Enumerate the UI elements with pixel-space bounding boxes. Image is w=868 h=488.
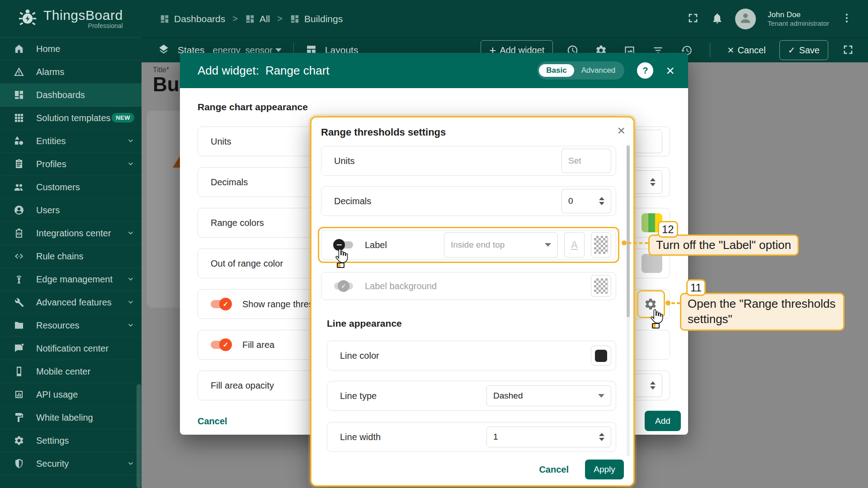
advanced-icon — [14, 297, 24, 308]
widget-add-button[interactable]: Add — [645, 411, 681, 431]
mobile-icon — [14, 366, 24, 377]
api-icon — [14, 389, 24, 400]
units-row: Units Set — [321, 146, 616, 176]
breadcrumb-buildings[interactable]: Buildings — [290, 14, 343, 24]
dialog-scrollbar-thumb[interactable] — [627, 145, 630, 317]
row-label: Decimals — [211, 177, 248, 188]
fullscreen-icon — [687, 12, 699, 26]
sidebar-item-security[interactable]: Security — [0, 452, 142, 475]
sidebar-item-settings[interactable]: Settings — [0, 429, 142, 452]
label-color-button[interactable] — [591, 232, 611, 258]
line-width-stepper[interactable] — [599, 433, 604, 441]
units-input[interactable]: Set — [561, 149, 611, 173]
sidebar-item-solution-templates[interactable]: Solution templatesNEW — [0, 107, 142, 130]
dashboards-icon — [245, 14, 255, 24]
sidebar-item-label: Notification center — [36, 343, 108, 354]
sidebar-item-home[interactable]: Home — [0, 38, 142, 61]
chevron-down-icon — [126, 228, 135, 239]
line-width-row: Line width 1 — [327, 422, 616, 452]
sidebar-item-dashboards[interactable]: Dashboards — [0, 84, 142, 107]
avatar[interactable] — [735, 9, 756, 29]
settings-icon — [14, 435, 24, 446]
sidebar-item-profiles[interactable]: Profiles — [0, 153, 142, 176]
thresholds-apply-button[interactable]: Apply — [585, 460, 624, 479]
row-label: Fill area — [242, 340, 274, 350]
label-background-toggle[interactable]: ✓ — [334, 282, 353, 290]
cancel-dashboard-button[interactable]: × Cancel — [727, 44, 765, 56]
sidebar-item-customers[interactable]: Customers — [0, 176, 142, 199]
dashboards-icon — [14, 89, 24, 100]
tab-basic[interactable]: Basic — [539, 64, 574, 77]
sidebar-scrollbar[interactable] — [137, 384, 141, 488]
breadcrumb-dashboards[interactable]: Dashboards — [160, 14, 225, 24]
app-title: ThingsBoard — [43, 8, 123, 23]
line-color-swatch[interactable] — [591, 346, 611, 366]
sidebar-item-label: White labeling — [36, 413, 93, 423]
sidebar-item-label: Entities — [36, 136, 66, 146]
fullscreen-button[interactable] — [687, 12, 699, 26]
fullscreen-dashboard-button[interactable] — [842, 43, 854, 57]
sidebar-item-white-labeling[interactable]: White labeling — [0, 406, 142, 429]
label-background-row: ✓ Label background — [321, 272, 616, 300]
dialog-title-prefix: Add widget: — [198, 64, 259, 78]
stepper[interactable] — [650, 381, 656, 389]
label-background-label: Label background — [365, 281, 437, 291]
sidebar-item-rule-chains[interactable]: Rule chains — [0, 245, 142, 268]
label-position-select[interactable]: Inside end top — [444, 232, 558, 258]
sidebar-item-users[interactable]: Users — [0, 199, 142, 222]
check-icon: ✓ — [788, 45, 796, 56]
app-logo[interactable]: ThingsBoard Professional — [0, 0, 142, 38]
show-range-thresholds-toggle[interactable]: ✓ — [211, 300, 231, 308]
notifications-button[interactable] — [711, 12, 723, 26]
tab-advanced[interactable]: Advanced — [574, 64, 623, 77]
kebab-menu-button[interactable] — [841, 12, 853, 25]
fill-area-toggle[interactable]: ✓ — [211, 341, 231, 349]
save-dashboard-button[interactable]: ✓ Save — [779, 40, 828, 60]
sidebar-item-mobile-center[interactable]: Mobile center — [0, 360, 142, 383]
rule-chains-icon — [14, 251, 24, 262]
sidebar-item-entities[interactable]: Entities — [0, 130, 142, 153]
white-labeling-icon — [14, 412, 24, 423]
edge-icon — [14, 274, 24, 285]
home-icon — [14, 43, 24, 54]
breadcrumb-all[interactable]: All — [245, 14, 270, 24]
sidebar-item-label: Home — [36, 44, 60, 54]
stepper[interactable] — [650, 178, 656, 186]
line-type-select[interactable]: Dashed — [486, 385, 611, 406]
label-background-color-button[interactable] — [591, 275, 611, 297]
sidebar-item-api-usage[interactable]: API usage — [0, 383, 142, 406]
new-badge: NEW — [112, 113, 134, 122]
sidebar-item-edge-management[interactable]: Edge management — [0, 268, 142, 291]
line-color-label: Line color — [340, 351, 379, 361]
user-role: Tenant administrator — [768, 19, 829, 28]
decimals-input[interactable]: 0 — [561, 189, 611, 213]
row-label: Fill area opacity — [211, 380, 274, 391]
line-width-input[interactable]: 1 — [486, 427, 611, 447]
notification-icon — [14, 343, 24, 354]
label-font-button[interactable]: A — [564, 232, 585, 258]
users-icon — [14, 205, 24, 216]
sidebar-item-label: Resources — [36, 320, 80, 331]
sidebar-item-advanced-features[interactable]: Advanced features — [0, 291, 142, 314]
breadcrumb-label: Dashboards — [174, 14, 225, 24]
help-button[interactable]: ? — [637, 62, 653, 79]
row-label: Out of range color — [211, 258, 283, 269]
sidebar-item-alarms[interactable]: Alarms — [0, 61, 142, 84]
sidebar-item-resources[interactable]: Resources — [0, 314, 142, 337]
thresholds-cancel-button[interactable]: Cancel — [539, 465, 569, 475]
line-type-row: Line type Dashed — [327, 381, 616, 411]
close-thresholds-button[interactable]: × — [617, 123, 625, 138]
integrations-icon — [14, 228, 24, 239]
sidebar-item-label: Dashboards — [36, 90, 85, 100]
dashboards-icon — [290, 14, 300, 24]
widget-cancel-button[interactable]: Cancel — [198, 416, 227, 427]
line-width-label: Line width — [340, 432, 381, 442]
sidebar-nav: HomeAlarmsDashboardsSolution templatesNE… — [0, 38, 142, 475]
close-dialog-button[interactable]: × — [666, 63, 675, 78]
sidebar-item-notification-center[interactable]: Notification center — [0, 337, 142, 360]
decimals-stepper[interactable] — [599, 197, 604, 205]
out-of-range-color-swatch[interactable] — [642, 254, 662, 273]
sidebar-item-label: Advanced features — [36, 297, 112, 308]
sidebar-item-integrations-center[interactable]: Integrations center — [0, 222, 142, 245]
user-info[interactable]: John Doe Tenant administrator — [768, 10, 829, 28]
